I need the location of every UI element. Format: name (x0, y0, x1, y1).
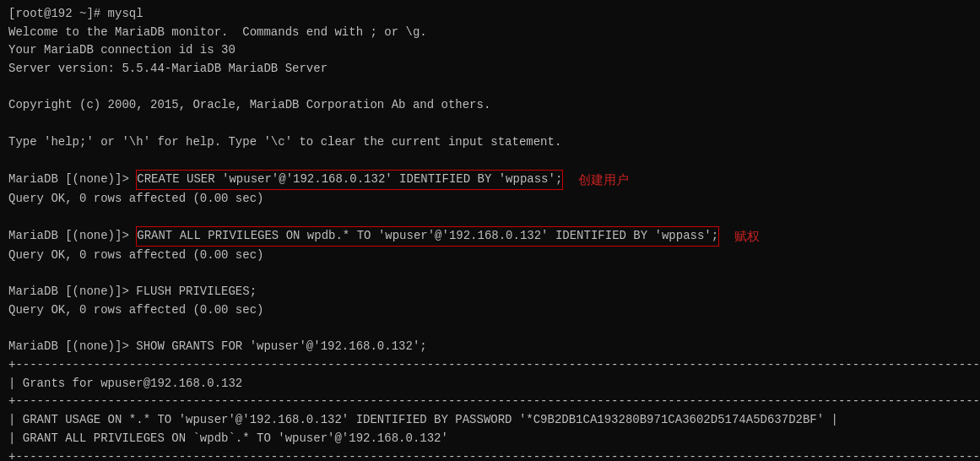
prompt-create-user: MariaDB [(none)]> (8, 171, 136, 189)
table-sep-mid: +---------------------------------------… (8, 393, 972, 411)
table-data-row-1: | GRANT USAGE ON *.* TO 'wpuser'@'192.16… (8, 411, 972, 430)
line-empty-4 (8, 209, 972, 227)
table-data-row-2: | GRANT ALL PRIVILEGES ON `wpdb`.* TO 'w… (8, 430, 972, 448)
line-empty-1 (8, 79, 972, 97)
annotation-create-user: 创建用户 (578, 170, 629, 189)
line-empty-3 (8, 152, 972, 171)
terminal-window: [root@192 ~]# mysql Welcome to the Maria… (0, 0, 980, 461)
line-empty-6 (8, 320, 972, 339)
line-welcome: Welcome to the MariaDB monitor. Commands… (8, 24, 972, 42)
line-create-user: MariaDB [(none)]> CREATE USER 'wpuser'@'… (8, 170, 972, 190)
table-sep-bot: +---------------------------------------… (8, 448, 972, 462)
line-flush: MariaDB [(none)]> FLUSH PRIVILEGES; (8, 283, 972, 301)
line-grant: MariaDB [(none)]> GRANT ALL PRIVILEGES O… (8, 226, 972, 247)
cmd-grant: GRANT ALL PRIVILEGES ON wpdb.* TO 'wpuse… (136, 226, 719, 247)
table-header-row: | Grants for wpuser@192.168.0.132 | (8, 375, 972, 393)
line-show-grants: MariaDB [(none)]> SHOW GRANTS FOR 'wpuse… (8, 338, 972, 356)
line-mysql-start: [root@192 ~]# mysql (8, 5, 972, 24)
line-help-hint: Type 'help;' or '\h' for help. Type '\c'… (8, 133, 972, 152)
line-query-ok-1: Query OK, 0 rows affected (0.00 sec) (8, 190, 972, 209)
line-connection-id: Your MariaDB connection id is 30 (8, 41, 972, 60)
annotation-grant: 赋权 (734, 226, 760, 246)
cmd-create-user: CREATE USER 'wpuser'@'192.168.0.132' IDE… (136, 170, 563, 190)
line-copyright: Copyright (c) 2000, 2015, Oracle, MariaD… (8, 96, 972, 115)
line-empty-5 (8, 265, 972, 284)
prompt-grant: MariaDB [(none)]> (8, 227, 136, 246)
line-empty-2 (8, 115, 972, 133)
table-sep-top: +---------------------------------------… (8, 356, 972, 375)
line-query-ok-3: Query OK, 0 rows affected (0.00 sec) (8, 301, 972, 320)
line-query-ok-2: Query OK, 0 rows affected (0.00 sec) (8, 247, 972, 265)
line-server-version: Server version: 5.5.44-MariaDB MariaDB S… (8, 60, 972, 79)
